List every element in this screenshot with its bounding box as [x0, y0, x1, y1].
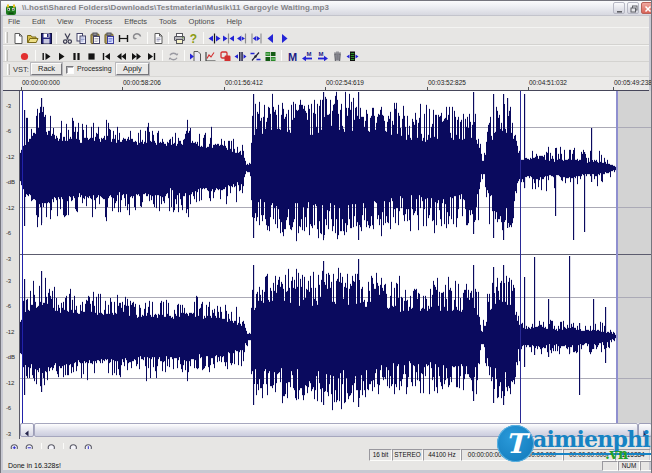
db-scale-label: -12 [6, 329, 14, 335]
status-cell: 00:00:00:000- [563, 449, 615, 461]
scrollbar-thumb[interactable] [34, 423, 638, 437]
waveform-display[interactable] [20, 91, 652, 423]
toolbar-separator [56, 32, 57, 44]
go-left-button[interactable] [263, 30, 277, 45]
maximize-button[interactable] [627, 2, 639, 14]
document-button[interactable] [151, 30, 165, 45]
menu-help[interactable]: Help [221, 16, 246, 27]
status-cell: 00:00:00:000 [512, 449, 563, 461]
db-scale-label: -6 [6, 303, 11, 309]
svg-text:M: M [307, 51, 312, 57]
toolbar-separator [281, 50, 282, 62]
ruler-tick [528, 87, 529, 90]
db-scale-label: -12 [6, 154, 14, 160]
ruler-time-label: 00:02:54:619 [326, 79, 364, 86]
menu-options[interactable]: Options [184, 16, 220, 27]
menu-view[interactable]: View [52, 16, 78, 27]
db-scale-label: -3 [6, 103, 11, 109]
print-button[interactable] [172, 30, 186, 45]
ruler-tick [21, 87, 22, 90]
ruler-time-label: 00:01:56:412 [225, 79, 263, 86]
db-scale-label: -dB [6, 179, 15, 185]
toolbar-separator [203, 32, 204, 44]
ruler-time-label: 00:05:49:238 [614, 79, 652, 86]
menu-effects[interactable]: Effects [119, 16, 152, 27]
toolbar-separator [35, 50, 36, 62]
level-ruler: -3-6-12-dB-12-6-3-3-6-12-dB-12-6-3 [3, 91, 20, 439]
toolbar-main: ? [3, 27, 649, 45]
ruler-time-label: 00:00:58:206 [123, 79, 161, 86]
window-controls [613, 2, 652, 14]
close-button[interactable] [641, 2, 652, 14]
menu-bar: FileEditViewProcessEffectsToolsOptionsHe… [3, 16, 649, 27]
toolbar-transport: MMM [3, 45, 649, 62]
processing-label: Processing [77, 65, 112, 72]
db-scale-label: -6 [6, 230, 11, 236]
ruler-time-label: 00:03:52:825 [428, 79, 466, 86]
db-scale-label: -6 [6, 405, 11, 411]
db-scale-label: -3 [6, 431, 11, 437]
minimize-button[interactable] [613, 2, 625, 14]
status-cell: 44100 Hz [423, 449, 461, 461]
trim-button[interactable] [116, 30, 130, 45]
status-cell: 16 bit [369, 449, 392, 461]
vst-label: VST: [13, 65, 29, 74]
toolbar-separator [162, 50, 163, 62]
db-scale-label: -dB [6, 354, 15, 360]
horizontal-scrollbar[interactable] [20, 423, 652, 437]
processing-checkbox[interactable] [66, 66, 74, 74]
app-icon [5, 2, 17, 14]
svg-text:M: M [319, 51, 324, 57]
db-scale-label: -12 [6, 380, 14, 386]
zoom-selection-h-button[interactable] [207, 30, 221, 45]
db-scale-label: -6 [6, 128, 11, 134]
toolbar-grip[interactable] [5, 32, 8, 43]
ruler-tick [427, 87, 428, 90]
scroll-right-button[interactable] [638, 423, 652, 437]
toolbar-separator [147, 32, 148, 44]
shift-left-button[interactable] [235, 30, 249, 45]
status-message: Done in 16.328s! [8, 462, 61, 469]
toolbar-separator [168, 32, 169, 44]
toolbar-grip[interactable] [7, 64, 10, 75]
ruler-time-label: 00:04:51:032 [529, 79, 567, 86]
menu-file[interactable]: File [3, 16, 25, 27]
status-cell [602, 461, 618, 471]
svg-text:?: ? [189, 32, 196, 45]
vst-toolbar: VST: Rack Processing Apply [3, 62, 649, 77]
menu-tools[interactable]: Tools [154, 16, 182, 27]
ruler-tick [325, 87, 326, 90]
vst-rack-button[interactable]: Rack [31, 63, 62, 75]
new-file-button[interactable] [11, 30, 25, 45]
toolbar-grip[interactable] [5, 50, 8, 61]
status-cell: 00:00:00:000 [461, 449, 512, 461]
paste-button[interactable] [88, 30, 102, 45]
undo-button[interactable] [130, 30, 144, 45]
time-ruler[interactable]: 00:00:00:00000:00:58:20600:01:56:41200:0… [3, 77, 649, 91]
db-scale-label: -12 [6, 205, 14, 211]
ruler-time-label: 00:00:00:000 [22, 79, 60, 86]
help-button[interactable]: ? [186, 30, 200, 45]
title-bar[interactable]: \\.host\Shared Folders\Downloads\Testmat… [0, 0, 652, 16]
vst-apply-button[interactable]: Apply [116, 63, 149, 75]
status-cell: 1/16384 [615, 449, 651, 461]
toolbar-separator [184, 50, 185, 62]
status-cell: STEREO [392, 449, 423, 461]
db-scale-label: -3 [6, 256, 11, 262]
ruler-tick [613, 87, 614, 90]
menu-edit[interactable]: Edit [27, 16, 50, 27]
status-cell [640, 461, 652, 471]
paste-special-button[interactable] [102, 30, 116, 45]
open-file-button[interactable] [25, 30, 39, 45]
fit-selection-button[interactable] [249, 30, 263, 45]
save-file-button[interactable] [39, 30, 53, 45]
copy-button[interactable] [74, 30, 88, 45]
extend-out-button[interactable] [221, 30, 235, 45]
cut-button[interactable] [60, 30, 74, 45]
status-cell: NUM [618, 461, 640, 471]
svg-text:M: M [288, 51, 297, 63]
scroll-left-button[interactable] [20, 423, 34, 437]
go-right-button[interactable] [277, 30, 291, 45]
menu-process[interactable]: Process [80, 16, 117, 27]
ruler-tick [224, 87, 225, 90]
